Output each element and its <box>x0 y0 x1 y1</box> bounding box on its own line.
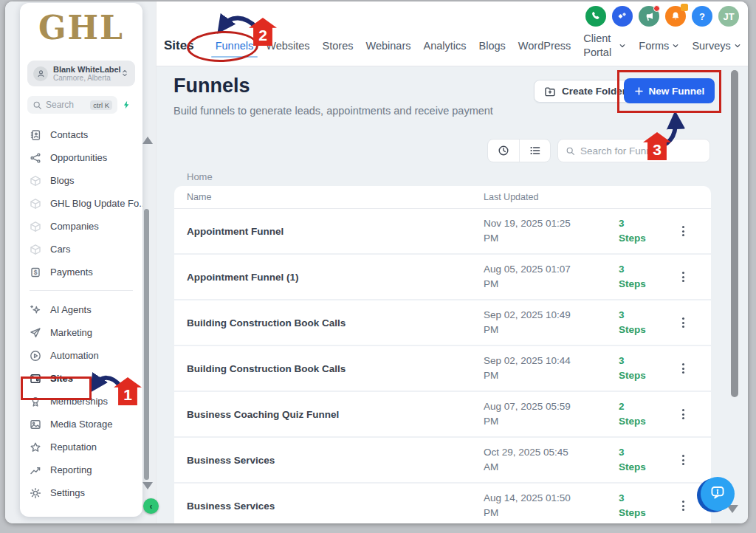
sidebar-item-memberships[interactable]: Memberships <box>20 390 142 413</box>
tab-wordpress[interactable]: WordPress <box>518 40 571 52</box>
avatar[interactable]: JT <box>718 6 739 27</box>
help-chat-widget[interactable] <box>697 477 734 512</box>
sidebar-item-settings[interactable]: Settings <box>20 481 142 504</box>
column-header-updated: Last Updated <box>484 192 619 202</box>
sidebar-item-cars[interactable]: Cars <box>20 238 142 261</box>
sidebar-search-input[interactable] <box>46 100 84 110</box>
funnel-updated: Aug 05, 2025 01:07 PM <box>484 262 619 292</box>
account-avatar-icon <box>33 66 48 81</box>
tab-stores[interactable]: Stores <box>323 40 354 52</box>
sidebar-item-opportunities[interactable]: Opportunities <box>20 146 142 169</box>
sidebar-scrollbar-thumb[interactable] <box>144 209 149 480</box>
list-icon <box>529 145 541 157</box>
row-menu-button[interactable] <box>678 450 689 470</box>
account-switcher[interactable]: Blank WhiteLabel Canmore, Alberta <box>27 61 135 86</box>
top-navbar: ?JT Sites Funnels Websites Stores Webina… <box>156 1 748 66</box>
row-menu-button[interactable] <box>678 267 689 286</box>
account-name: Blank WhiteLabel <box>53 65 115 74</box>
sidebar-scroll-down-icon[interactable] <box>142 482 153 489</box>
table-row[interactable]: Building Construction Book Calls Sep 02,… <box>174 346 711 392</box>
breadcrumb[interactable]: Home <box>187 171 213 182</box>
table-row[interactable]: Appointment Funnel (1) Aug 05, 2025 01:0… <box>174 255 711 300</box>
tab-funnels[interactable]: Funnels <box>216 40 254 52</box>
sidebar-item-automation[interactable]: Automation <box>20 344 142 367</box>
funnel-steps: 3Steps <box>619 308 663 338</box>
sidebar-item-media-storage[interactable]: Media Storage <box>20 413 142 436</box>
funnel-name: Business Coaching Quiz Funnel <box>187 409 484 420</box>
row-menu-button[interactable] <box>678 313 689 332</box>
funnels-table: Name Last Updated Appointment Funnel Nov… <box>174 186 711 523</box>
shortcut-badge: ctrl K <box>90 100 112 110</box>
payments-icon: $ <box>30 266 41 278</box>
ai-agents-icon <box>30 304 41 316</box>
tab-surveys[interactable]: Surveys <box>692 40 740 52</box>
tab-blogs[interactable]: Blogs <box>479 40 506 52</box>
sidebar-item-payments[interactable]: $ Payments <box>20 261 142 283</box>
announcements-icon[interactable] <box>639 6 659 27</box>
notifications-icon[interactable] <box>665 6 686 27</box>
tab-forms[interactable]: Forms <box>639 40 679 52</box>
funnel-steps: 3Steps <box>619 445 663 475</box>
svg-text:$: $ <box>34 268 38 275</box>
row-menu-button[interactable] <box>678 405 689 424</box>
sidebar-item-reporting[interactable]: Reporting <box>20 458 142 481</box>
tab-analytics[interactable]: Analytics <box>424 40 467 52</box>
marketing-icon <box>30 327 41 339</box>
row-menu-button[interactable] <box>678 359 689 378</box>
sidebar-item-blogs[interactable]: Blogs <box>20 169 142 192</box>
sites-icon <box>30 373 41 385</box>
app-window: GHL Blank WhiteLabel Canmore, Alberta ct… <box>5 1 748 523</box>
cube-icon <box>30 198 41 210</box>
sidebar-item-companies[interactable]: Companies <box>20 215 142 238</box>
ghl-logo: GHL <box>20 3 142 55</box>
notification-badge <box>681 4 688 11</box>
table-row[interactable]: Building Construction Book Calls Sep 02,… <box>174 300 711 346</box>
sidebar-item-ghl-blog-update-fo[interactable]: GHL Blog Update Fo... <box>20 192 142 215</box>
row-menu-button[interactable] <box>678 496 689 515</box>
funnel-updated: Sep 02, 2025 10:44 PM <box>484 354 619 384</box>
section-label: Sites <box>164 38 194 53</box>
funnel-search-input[interactable] <box>580 145 702 157</box>
sidebar-item-contacts[interactable]: Contacts <box>20 123 142 146</box>
sidebar-item-marketing[interactable]: Marketing <box>20 321 142 344</box>
chevron-down-icon <box>734 42 741 49</box>
phone-icon[interactable] <box>585 6 606 27</box>
main-scrollbar-thumb[interactable] <box>731 70 738 397</box>
billing-icon[interactable] <box>612 6 633 27</box>
reporting-icon <box>30 464 41 476</box>
sidebar-item-ai-agents[interactable]: AI Agents <box>20 298 142 321</box>
tabs-row: Sites Funnels Websites Stores Webinars A… <box>164 27 748 65</box>
new-funnel-button[interactable]: New Funnel <box>624 78 715 103</box>
list-view-button[interactable] <box>519 140 550 162</box>
sidebar-divider <box>30 290 133 291</box>
contacts-icon <box>30 129 41 141</box>
table-row[interactable]: Business Services Aug 14, 2025 01:50 PM … <box>174 484 711 523</box>
quick-actions-bolt-icon[interactable] <box>122 100 135 110</box>
table-row[interactable]: Appointment Funnel Nov 19, 2025 01:25 PM… <box>174 209 711 255</box>
media-storage-icon <box>30 419 41 430</box>
sidebar-scroll-up-icon[interactable] <box>142 137 153 144</box>
recent-view-button[interactable] <box>488 140 519 162</box>
sidebar-item-reputation[interactable]: Reputation <box>20 436 142 458</box>
row-menu-button[interactable] <box>678 221 689 241</box>
tab-webinars[interactable]: Webinars <box>366 40 411 52</box>
sidebar-search[interactable]: ctrl K <box>27 96 117 114</box>
table-row[interactable]: Business Coaching Quiz Funnel Aug 07, 20… <box>174 392 711 438</box>
automation-icon <box>30 350 41 362</box>
help-icon[interactable]: ? <box>692 6 712 27</box>
tab-websites[interactable]: Websites <box>266 40 309 52</box>
tab-client-portal[interactable]: Client Portal <box>583 32 626 60</box>
notification-dot <box>653 5 660 12</box>
funnel-name: Appointment Funnel <box>187 226 484 237</box>
sidebar-item-sites[interactable]: Sites <box>20 367 142 390</box>
create-folder-button[interactable]: Create Folder <box>534 80 636 103</box>
table-row[interactable]: Business Services Oct 29, 2025 05:45 AM … <box>174 438 711 484</box>
funnel-steps: 2Steps <box>619 399 663 430</box>
sidebar-collapse-button[interactable]: ‹ <box>143 498 159 514</box>
column-header-name: Name <box>187 192 484 202</box>
funnel-search[interactable] <box>557 139 710 162</box>
funnel-name: Building Construction Book Calls <box>187 363 484 374</box>
funnel-name: Business Services <box>187 455 484 466</box>
funnel-updated: Aug 07, 2025 05:59 PM <box>484 399 619 430</box>
chat-bubble-icon <box>708 483 727 505</box>
